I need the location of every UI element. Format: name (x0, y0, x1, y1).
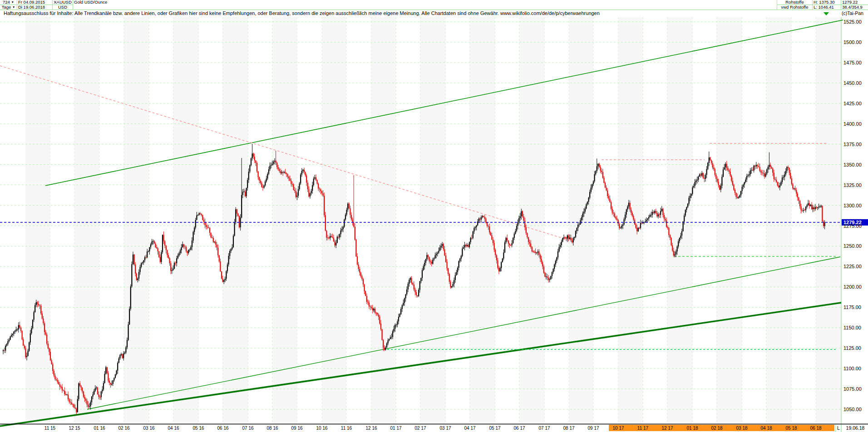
svg-text:09 16: 09 16 (291, 426, 302, 431)
low-value-label: L: 1046.41 (813, 5, 841, 10)
taipan-chart-window: { "header": { "period_count": "724", "dr… (0, 0, 868, 432)
svg-text:1525.00: 1525.00 (843, 19, 862, 25)
svg-text:19.06.18: 19.06.18 (846, 425, 865, 431)
svg-text:06 18: 06 18 (810, 426, 821, 431)
svg-text:10 17: 10 17 (612, 426, 624, 431)
svg-text:03 18: 03 18 (736, 426, 747, 431)
disclaimer-text: Haftungsausschluss für Inhalte: Alle Tre… (0, 10, 845, 17)
price-axis-labels: 1525.001500.001475.001450.001425.001400.… (843, 19, 862, 412)
svg-text:1300.00: 1300.00 (843, 203, 862, 208)
svg-text:1400.00: 1400.00 (843, 121, 862, 127)
svg-text:02 18: 02 18 (711, 426, 722, 431)
svg-text:05 16: 05 16 (192, 426, 204, 431)
svg-text:1200.00: 1200.00 (843, 284, 862, 290)
chart-svg: 1279.221525.001500.001475.001450.001425.… (0, 17, 868, 432)
svg-text:1350.00: 1350.00 (843, 162, 862, 167)
end-date-field[interactable]: Di 19.06.2018 (17, 5, 53, 10)
last-price-header: 1279.22 (841, 0, 868, 5)
svg-text:06 17: 06 17 (513, 426, 525, 431)
svg-text:1475.00: 1475.00 (843, 60, 862, 65)
svg-text:06 16: 06 16 (217, 426, 228, 431)
svg-text:1375.00: 1375.00 (843, 142, 862, 147)
svg-text:1500.00: 1500.00 (843, 39, 862, 45)
svg-text:12 17: 12 17 (661, 426, 673, 431)
svg-text:07 17: 07 17 (538, 426, 550, 431)
price-chart-canvas[interactable]: 1279.221525.001500.001475.001450.001425.… (0, 17, 868, 432)
start-date-field[interactable]: Fr 04.09.2015 (17, 0, 53, 5)
stat-line-label: 38.4/354.9 (841, 5, 868, 10)
svg-text:02 17: 02 17 (414, 426, 426, 431)
svg-text:12 16: 12 16 (365, 426, 377, 431)
header-spacer (73, 5, 777, 10)
svg-text:05 18: 05 18 (785, 426, 797, 431)
timeframe-dropdown[interactable]: Tage ▼ (0, 5, 17, 10)
svg-text:10 16: 10 16 (316, 426, 327, 431)
svg-text:01 16: 01 16 (94, 426, 105, 431)
svg-text:11 15: 11 15 (44, 426, 56, 431)
svg-text:04 16: 04 16 (168, 426, 179, 431)
svg-text:01 17: 01 17 (390, 426, 401, 431)
svg-text:05 17: 05 17 (489, 426, 500, 431)
svg-text:11 17: 11 17 (637, 426, 649, 431)
svg-text:1450.00: 1450.00 (843, 80, 862, 86)
svg-text:1150.00: 1150.00 (843, 325, 861, 330)
svg-text:1225.00: 1225.00 (843, 264, 862, 269)
category-label: Rohstoffe (777, 0, 813, 5)
svg-text:08 16: 08 16 (266, 426, 278, 431)
svg-text:1075.00: 1075.00 (843, 386, 862, 392)
provider-label: vwd Rohstoffe (777, 5, 813, 10)
svg-text:1125.00: 1125.00 (843, 345, 861, 351)
svg-text:07 16: 07 16 (242, 426, 253, 431)
svg-text:1325.00: 1325.00 (843, 182, 862, 188)
svg-text:1275.00: 1275.00 (843, 223, 862, 229)
svg-text:09 17: 09 17 (587, 426, 599, 431)
svg-text:11 16: 11 16 (341, 426, 352, 431)
svg-text:01 18: 01 18 (686, 426, 698, 431)
currency-label: USD (53, 5, 73, 10)
svg-text:1100.00: 1100.00 (843, 366, 861, 371)
svg-text:04 17: 04 17 (464, 426, 475, 431)
symbol-label: XAUUSD (53, 0, 73, 5)
svg-text:1250.00: 1250.00 (843, 243, 862, 249)
svg-text:03 16: 03 16 (143, 426, 154, 431)
copyright-label: (c)Tai-Pan (842, 10, 868, 17)
chevron-down-icon: ▼ (11, 0, 14, 4)
chevron-down-icon: ▼ (12, 5, 15, 9)
svg-text:L: L (837, 425, 840, 431)
period-count-dropdown[interactable]: 724 ▼ (0, 0, 17, 5)
svg-text:1425.00: 1425.00 (843, 101, 862, 106)
svg-text:12 15: 12 15 (69, 426, 80, 431)
svg-text:1175.00: 1175.00 (843, 304, 861, 310)
triangle-down-icon (824, 12, 829, 15)
svg-text:04 18: 04 18 (760, 426, 772, 431)
svg-text:03 17: 03 17 (439, 426, 451, 431)
instrument-name-label: Gold USD/Ounce (73, 0, 777, 5)
svg-text:08 17: 08 17 (563, 426, 574, 431)
svg-text:02 16: 02 16 (118, 426, 129, 431)
high-value-label: H: 1375.30 (813, 0, 841, 5)
svg-text:1050.00: 1050.00 (843, 407, 862, 412)
